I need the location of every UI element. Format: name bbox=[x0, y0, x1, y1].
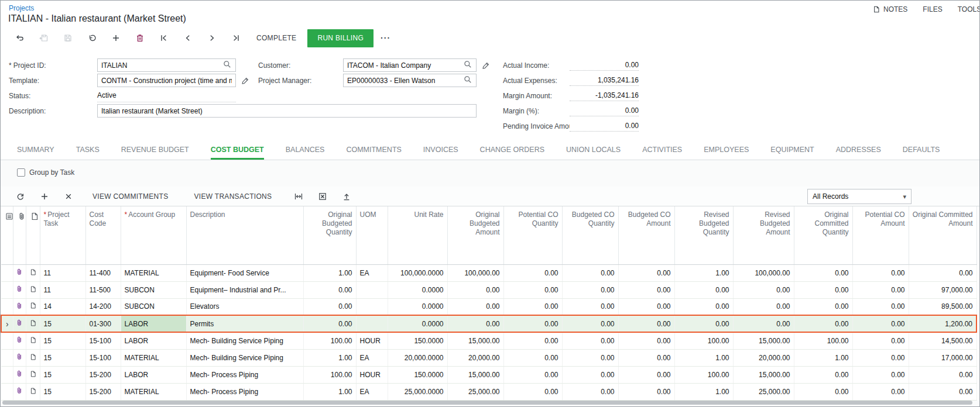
cell-potential-co-quantity[interactable]: 0.00 bbox=[503, 349, 562, 366]
table-row[interactable]: 1515-100LABORMech- Building Service Pipi… bbox=[1, 332, 976, 349]
cell-account-group[interactable]: LABOR bbox=[121, 315, 186, 332]
files-button[interactable]: FILES bbox=[923, 5, 942, 13]
row-selector-cell[interactable] bbox=[1, 298, 13, 315]
checkbox-box[interactable] bbox=[17, 168, 25, 177]
tab-addresses[interactable]: ADDRESSES bbox=[836, 141, 881, 160]
cell-revised-budgeted-amount[interactable]: 20,000.00 bbox=[733, 349, 794, 366]
cell-project-task[interactable]: 15 bbox=[40, 349, 85, 366]
cell-budgeted-co-amount[interactable]: 0.00 bbox=[618, 349, 674, 366]
breadcrumb-projects[interactable]: Projects bbox=[9, 4, 34, 12]
group-by-task-checkbox[interactable]: Group by Task bbox=[17, 168, 74, 177]
column-header-cost-code[interactable]: Cost Code bbox=[85, 206, 121, 264]
cell-potential-co-amount[interactable]: 0.00 bbox=[852, 281, 909, 298]
cell-description[interactable]: Mech- Process Piping bbox=[186, 383, 303, 400]
cell-cost-code[interactable]: 11-400 bbox=[85, 264, 121, 281]
column-header-original-committed-quantity[interactable]: Original Committed Quantity bbox=[794, 206, 852, 264]
cell-potential-co-amount[interactable]: 0.00 bbox=[852, 264, 909, 281]
cell-revised-budgeted-quantity[interactable]: 1.00 bbox=[674, 349, 733, 366]
cell-revised-budgeted-quantity[interactable]: 1.00 bbox=[674, 383, 733, 400]
template-field[interactable]: CONTM - Construction project (time and m bbox=[97, 74, 236, 87]
cell-uom[interactable] bbox=[356, 281, 388, 298]
export-to-excel-button[interactable] bbox=[310, 188, 334, 205]
cell-revised-budgeted-amount[interactable]: 0.00 bbox=[733, 298, 794, 315]
column-header-uom[interactable]: UOM bbox=[356, 206, 388, 264]
cell-potential-co-quantity[interactable]: 0.00 bbox=[503, 383, 562, 400]
paperclip-column-header[interactable] bbox=[13, 206, 26, 264]
column-header-account-group[interactable]: *Account Group bbox=[121, 206, 186, 264]
go-next-button[interactable] bbox=[200, 29, 224, 47]
cell-original-budgeted-quantity[interactable]: 0.00 bbox=[303, 298, 356, 315]
cell-revised-budgeted-quantity[interactable]: 0.00 bbox=[674, 315, 733, 332]
cell-unit-rate[interactable]: 150.0000 bbox=[388, 366, 447, 383]
row-selector-cell[interactable] bbox=[1, 264, 13, 281]
cell-original-committed-amount[interactable]: 0.00 bbox=[909, 383, 976, 400]
undo-button[interactable] bbox=[80, 29, 104, 47]
cell-original-committed-quantity[interactable]: 0.00 bbox=[794, 383, 852, 400]
project-id-field[interactable]: ITALIAN bbox=[97, 58, 236, 72]
row-selector-cell[interactable] bbox=[1, 349, 13, 366]
cell-budgeted-co-amount[interactable]: 0.00 bbox=[618, 332, 674, 349]
cell-potential-co-quantity[interactable]: 0.00 bbox=[503, 264, 562, 281]
cell-description[interactable]: Mech- Process Piping bbox=[186, 366, 303, 383]
note-cell[interactable] bbox=[26, 315, 40, 332]
edit-pencil-button[interactable] bbox=[241, 74, 250, 87]
cell-revised-budgeted-amount[interactable]: 15,000.00 bbox=[733, 332, 794, 349]
cell-budgeted-co-amount[interactable]: 0.00 bbox=[618, 366, 674, 383]
cell-unit-rate[interactable]: 0.0000 bbox=[388, 315, 447, 332]
cell-uom[interactable]: EA bbox=[356, 264, 388, 281]
view-commitments-button[interactable]: VIEW COMMITMENTS bbox=[84, 188, 177, 205]
table-row[interactable]: 1515-100MATERIALMech- Building Service P… bbox=[1, 349, 976, 366]
cell-account-group[interactable]: MATERIAL bbox=[121, 383, 186, 400]
cell-original-committed-amount[interactable]: 17,000.00 bbox=[909, 349, 976, 366]
tab-tasks[interactable]: TASKS bbox=[76, 141, 100, 160]
cell-cost-code[interactable]: 15-200 bbox=[85, 383, 121, 400]
cell-revised-budgeted-quantity[interactable]: 1.00 bbox=[674, 264, 733, 281]
cell-original-budgeted-amount[interactable]: 0.00 bbox=[447, 281, 503, 298]
column-header-unit-rate[interactable]: Unit Rate bbox=[388, 206, 447, 264]
attachment-cell[interactable] bbox=[13, 349, 26, 366]
cell-unit-rate[interactable]: 150.0000 bbox=[388, 332, 447, 349]
cell-original-committed-quantity[interactable]: 0.00 bbox=[794, 281, 852, 298]
cell-original-committed-quantity[interactable]: 0.00 bbox=[794, 264, 852, 281]
table-row[interactable]: 1111-400MATERIALEquipment- Food Service1… bbox=[1, 264, 976, 281]
horizontal-scrollbar[interactable] bbox=[2, 401, 972, 405]
cell-original-committed-quantity[interactable]: 0.00 bbox=[794, 366, 852, 383]
column-header-revised-budgeted-amount[interactable]: Revised Budgeted Amount bbox=[733, 206, 794, 264]
cell-original-budgeted-amount[interactable]: 20,000.00 bbox=[447, 349, 503, 366]
tab-revenue-budget[interactable]: REVENUE BUDGET bbox=[121, 141, 189, 160]
row-selector-cell[interactable] bbox=[1, 383, 13, 400]
cell-uom[interactable]: EA bbox=[356, 349, 388, 366]
cell-unit-rate[interactable]: 20,000.0000 bbox=[388, 349, 447, 366]
delete-record-button[interactable] bbox=[128, 29, 152, 47]
cell-original-budgeted-quantity[interactable]: 0.00 bbox=[303, 281, 356, 298]
description-field[interactable]: Italian restaurant (Market Street) bbox=[97, 104, 477, 118]
tab-union-locals[interactable]: UNION LOCALS bbox=[566, 141, 621, 160]
tools-button[interactable]: TOOLS bbox=[958, 5, 980, 13]
cell-description[interactable]: Elevators bbox=[186, 298, 303, 315]
cell-original-committed-amount[interactable]: 1,200.00 bbox=[909, 315, 976, 332]
cell-account-group[interactable]: MATERIAL bbox=[121, 264, 186, 281]
tab-balances[interactable]: BALANCES bbox=[286, 141, 325, 160]
attachment-cell[interactable] bbox=[13, 383, 26, 400]
cell-budgeted-co-quantity[interactable]: 0.00 bbox=[562, 383, 618, 400]
refresh-grid-button[interactable] bbox=[8, 188, 32, 205]
cell-budgeted-co-quantity[interactable]: 0.00 bbox=[562, 315, 618, 332]
cell-original-budgeted-amount[interactable]: 25,000.00 bbox=[447, 383, 503, 400]
cell-project-task[interactable]: 15 bbox=[40, 366, 85, 383]
cell-project-task[interactable]: 14 bbox=[40, 298, 85, 315]
cell-original-committed-quantity[interactable]: 0.00 bbox=[794, 298, 852, 315]
go-previous-button[interactable] bbox=[176, 29, 200, 47]
attachment-cell[interactable] bbox=[13, 315, 26, 332]
cell-original-committed-quantity[interactable]: 0.00 bbox=[794, 315, 852, 332]
column-header-revised-budgeted-quantity[interactable]: Revised Budgeted Quantity bbox=[674, 206, 733, 264]
cell-original-budgeted-amount[interactable]: 0.00 bbox=[447, 298, 503, 315]
tab-equipment[interactable]: EQUIPMENT bbox=[770, 141, 814, 160]
project-manager-field[interactable]: EP00000033 - Ellen Watson bbox=[343, 74, 477, 87]
cell-potential-co-quantity[interactable]: 0.00 bbox=[503, 366, 562, 383]
tab-summary[interactable]: SUMMARY bbox=[17, 141, 54, 160]
column-header-original-budgeted-quantity[interactable]: Original Budgeted Quantity bbox=[303, 206, 356, 264]
cell-revised-budgeted-amount[interactable]: 25,000.00 bbox=[733, 383, 794, 400]
attachment-cell[interactable] bbox=[13, 332, 26, 349]
column-header-original-committed-amount[interactable]: Original Committed Amount bbox=[909, 206, 976, 264]
cell-budgeted-co-quantity[interactable]: 0.00 bbox=[562, 298, 618, 315]
